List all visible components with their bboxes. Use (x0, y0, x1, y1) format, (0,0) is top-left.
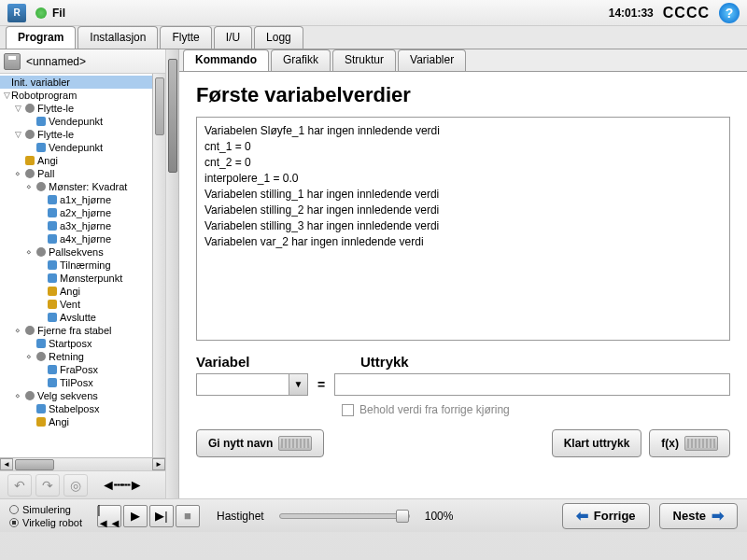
tree-node[interactable]: ▽Flytte-le (0, 102, 152, 115)
program-tree[interactable]: Init. variabler▽Robotprogram▽Flytte-leVe… (0, 74, 152, 457)
tree-node[interactable]: Vent (0, 298, 152, 311)
file-menu[interactable]: Fil (52, 7, 65, 20)
node-icon (48, 300, 57, 309)
tree-node[interactable]: Vendepunkt (0, 141, 152, 154)
status-dot-icon (35, 7, 47, 19)
subtab-kommando[interactable]: Kommando (183, 49, 269, 71)
previous-button[interactable]: ⬅Forrige (562, 503, 650, 529)
node-icon (25, 391, 35, 400)
tree-node[interactable]: Tilnærming (0, 259, 152, 272)
tree-node[interactable]: Startposx (0, 337, 152, 350)
node-icon (48, 287, 57, 296)
subtab-grafikk[interactable]: Grafikk (271, 49, 331, 71)
tree-node[interactable]: Angi (0, 285, 152, 298)
keep-value-checkbox[interactable] (342, 404, 354, 416)
tree-node[interactable]: Vendepunkt (0, 115, 152, 128)
variable-combo[interactable]: ▼ (196, 373, 308, 396)
tab-i/u[interactable]: I/U (214, 26, 252, 49)
tab-logg[interactable]: Logg (254, 26, 303, 49)
tab-program[interactable]: Program (6, 26, 76, 49)
tree-scrollbar-horizontal[interactable]: ◄► (0, 457, 165, 470)
chevron-down-icon[interactable]: ▼ (289, 374, 307, 395)
tree-node[interactable]: Mønsterpunkt (0, 272, 152, 285)
subtab-variabler[interactable]: Variabler (398, 49, 466, 71)
save-icon[interactable] (4, 53, 21, 70)
node-icon (36, 247, 46, 257)
node-icon (48, 313, 57, 322)
tree-node[interactable]: ▽Robotprogram (0, 89, 152, 102)
node-icon (25, 130, 35, 139)
rename-button[interactable]: Gi nytt navn (196, 429, 324, 457)
keep-value-label: Behold verdi fra forrige kjøring (359, 403, 510, 416)
node-icon (48, 195, 57, 204)
keyboard-icon (278, 436, 312, 451)
node-icon (48, 260, 57, 270)
tree-node[interactable]: ⋄Fjerne fra stabel (0, 324, 152, 337)
node-icon (36, 143, 46, 152)
tree-node[interactable]: ⋄Retning (0, 350, 152, 363)
undo-button[interactable]: ↶ (7, 474, 32, 497)
tree-node[interactable]: a1x_hjørne (0, 193, 152, 206)
tree-node[interactable]: ⋄Pallsekvens (0, 245, 152, 259)
tree-node[interactable]: a3x_hjørne (0, 219, 152, 232)
tree-scrollbar-vertical[interactable] (152, 74, 165, 457)
node-icon (48, 273, 57, 283)
tree-node[interactable]: ⋄Pall (0, 167, 152, 180)
real-robot-label: Virkelig robot (22, 516, 82, 529)
tree-node[interactable]: FraPosx (0, 363, 152, 376)
clear-expression-button[interactable]: Klart uttrykk (552, 429, 642, 457)
node-icon (25, 169, 35, 178)
expression-input[interactable] (334, 373, 730, 396)
variable-line[interactable]: Variabelen Sløyfe_1 har ingen innledende… (204, 123, 722, 139)
help-icon[interactable]: ? (719, 3, 740, 23)
stop-button[interactable]: ■ (176, 505, 200, 527)
node-icon (25, 156, 35, 165)
node-icon (25, 326, 35, 335)
splitter[interactable] (166, 49, 179, 498)
status-text: CCCC (663, 5, 710, 21)
next-button[interactable]: Neste➡ (659, 503, 738, 529)
variable-line[interactable]: Variabelen stilling_1 har ingen innleden… (204, 187, 722, 203)
skip-forward-button[interactable]: ▶| (149, 505, 174, 527)
target-button[interactable]: ◎ (63, 474, 88, 497)
tree-node[interactable]: Stabelposx (0, 402, 152, 415)
tree-node[interactable]: Angi (0, 154, 152, 167)
variable-line[interactable]: Variabelen stilling_2 har ingen innleden… (204, 203, 722, 218)
tree-node[interactable]: ▽Flytte-le (0, 128, 152, 141)
variable-line[interactable]: Variabelen var_2 har ingen innledende ve… (204, 234, 722, 250)
fx-button[interactable]: f(x) (649, 429, 730, 457)
tree-node[interactable]: Avslutte (0, 311, 152, 324)
tree-node[interactable]: TilPosx (0, 376, 152, 389)
speed-label: Hastighet (217, 510, 264, 523)
node-icon (36, 182, 46, 191)
skip-back-button[interactable]: |◄◄ (97, 505, 121, 527)
node-icon (36, 404, 46, 413)
simulation-radio[interactable] (9, 505, 19, 514)
play-button[interactable]: ▶ (123, 505, 148, 527)
variable-line[interactable]: Variabelen stilling_3 har ingen innleden… (204, 218, 722, 234)
tree-node[interactable]: Init. variabler (0, 76, 152, 89)
node-icon (48, 208, 57, 217)
subtab-struktur[interactable]: Struktur (332, 49, 396, 71)
keyboard-icon (684, 436, 718, 451)
speed-slider[interactable] (279, 513, 410, 519)
tree-node[interactable]: Angi (0, 415, 152, 428)
variable-list[interactable]: Variabelen Sløyfe_1 har ingen innledende… (196, 117, 730, 341)
node-icon (48, 365, 57, 374)
node-icon (36, 417, 46, 427)
tree-node[interactable]: a2x_hjørne (0, 206, 152, 219)
tab-installasjon[interactable]: Installasjon (78, 26, 158, 49)
speed-value: 100% (425, 510, 454, 523)
tab-flytte[interactable]: Flytte (160, 26, 211, 49)
variable-line[interactable]: interpolere_1 = 0.0 (204, 171, 722, 187)
variable-line[interactable]: cnt_2 = 0 (204, 155, 722, 171)
variable-line[interactable]: cnt_1 = 0 (204, 139, 722, 155)
tree-node[interactable]: ⋄Velg sekvens (0, 389, 152, 402)
node-icon (48, 221, 57, 231)
tree-node[interactable]: a4x_hjørne (0, 232, 152, 245)
real-robot-radio[interactable] (9, 518, 19, 527)
tree-node[interactable]: ⋄Mønster: Kvadrat (0, 180, 152, 193)
move-arrows-icon[interactable]: ◄┄┄► (101, 476, 142, 494)
node-icon (36, 339, 46, 348)
redo-button[interactable]: ↷ (35, 474, 60, 497)
